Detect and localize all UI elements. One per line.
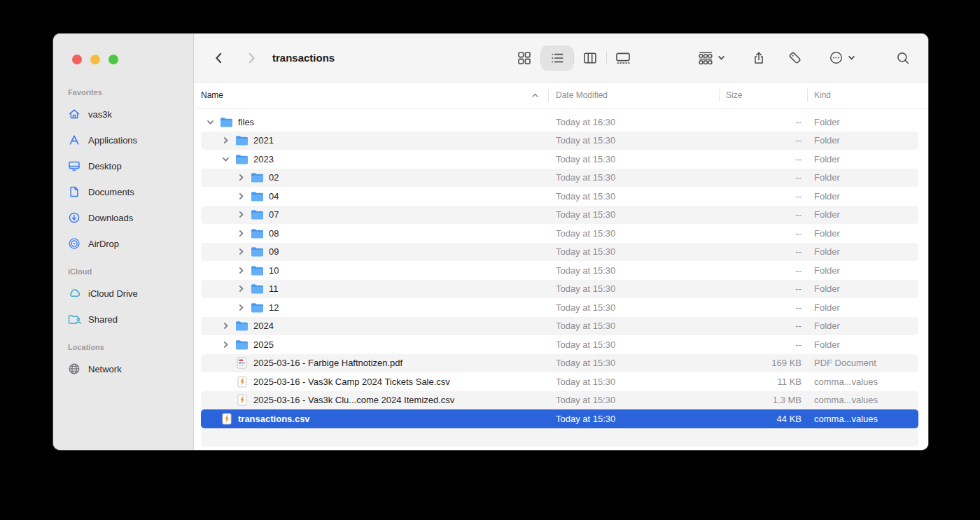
- sidebar-item-vas3k[interactable]: vas3k: [60, 104, 186, 124]
- group-by-button[interactable]: [698, 51, 725, 65]
- sidebar-item-documents[interactable]: Documents: [60, 182, 186, 202]
- table-row-files[interactable]: filesToday at 16:30--Folder: [201, 113, 918, 132]
- file-kind: Folder: [807, 154, 918, 164]
- folder-icon: [235, 320, 248, 332]
- table-row-09[interactable]: 09Today at 15:30--Folder: [201, 243, 918, 262]
- disclosure-chevron-down-icon[interactable]: [204, 116, 216, 127]
- disclosure-chevron-right-icon[interactable]: [220, 321, 231, 332]
- table-row-2025-03-16-vas3k-camp-2024-tickets-sale-csv[interactable]: 2025-03-16 - Vas3k Camp 2024 Tickets Sal…: [201, 372, 918, 391]
- table-row-12[interactable]: 12Today at 15:30--Folder: [201, 298, 918, 317]
- document-icon: [66, 185, 82, 199]
- sort-ascending-icon: [531, 91, 540, 100]
- file-name: transactions.csv: [238, 414, 310, 424]
- more-actions-button[interactable]: [829, 50, 855, 65]
- file-size: --: [719, 302, 807, 313]
- table-row-11[interactable]: 11Today at 15:30--Folder: [201, 280, 918, 299]
- table-row-07[interactable]: 07Today at 15:30--Folder: [201, 206, 918, 225]
- toolbar: transactions: [194, 34, 928, 83]
- icon-view-button[interactable]: [508, 45, 540, 71]
- forward-button[interactable]: [244, 51, 258, 65]
- column-header-size[interactable]: Size: [719, 83, 807, 108]
- file-name: files: [238, 117, 254, 127]
- file-size: --: [719, 135, 807, 146]
- file-name: 07: [269, 209, 279, 220]
- disclosure-chevron-right-icon[interactable]: [235, 209, 246, 220]
- file-name: 04: [269, 191, 279, 202]
- table-row-04[interactable]: 04Today at 15:30--Folder: [201, 187, 918, 206]
- disclosure-chevron-right-icon[interactable]: [235, 302, 246, 313]
- disclosure-chevron-right-icon[interactable]: [235, 265, 246, 276]
- sidebar-item-downloads[interactable]: Downloads: [60, 208, 186, 227]
- file-size: --: [719, 191, 807, 202]
- sidebar-item-desktop[interactable]: Desktop: [60, 156, 186, 176]
- disclosure-chevron-right-icon[interactable]: [235, 227, 246, 239]
- file-size: --: [719, 321, 807, 331]
- list-view-button[interactable]: [541, 45, 573, 71]
- sidebar-item-label: iCloud Drive: [88, 288, 138, 299]
- sidebar-section-label: Favorites: [68, 87, 186, 97]
- gallery-view-button[interactable]: [607, 45, 639, 71]
- table-row-2024[interactable]: 2024Today at 15:30--Folder: [201, 317, 918, 336]
- date-modified: Today at 15:30: [548, 358, 719, 368]
- sidebar-item-airdrop[interactable]: AirDrop: [60, 234, 186, 253]
- column-header-name[interactable]: Name: [201, 83, 548, 108]
- share-button[interactable]: [752, 51, 766, 65]
- zoom-button[interactable]: [108, 55, 118, 64]
- close-button[interactable]: [72, 55, 82, 64]
- table-row-10[interactable]: 10Today at 15:30--Folder: [201, 261, 918, 280]
- file-name: 2025: [253, 339, 274, 350]
- disclosure-chevron-down-icon[interactable]: [220, 153, 231, 164]
- table-row-2021[interactable]: 2021Today at 15:30--Folder: [201, 132, 918, 150]
- date-modified: Today at 15:30: [548, 395, 719, 405]
- folder-icon: [251, 171, 264, 183]
- file-kind: Folder: [807, 135, 918, 146]
- sidebar-item-label: Applications: [88, 135, 137, 146]
- csv-icon: [235, 376, 248, 388]
- back-button[interactable]: [212, 51, 226, 65]
- folder-icon: [235, 153, 248, 165]
- sidebar-item-shared[interactable]: Shared: [60, 309, 186, 329]
- tags-button[interactable]: [788, 51, 802, 65]
- date-modified: Today at 15:30: [548, 228, 719, 239]
- date-modified: Today at 15:30: [548, 321, 719, 331]
- column-header-date-modified[interactable]: Date Modified: [548, 83, 719, 108]
- disclosure-chevron-right-icon[interactable]: [235, 190, 246, 202]
- file-kind: comma...values: [807, 414, 918, 424]
- search-button[interactable]: [896, 51, 910, 65]
- table-row-transactions-csv[interactable]: transactions.csvToday at 15:3044 KBcomma…: [201, 409, 918, 428]
- column-view-button[interactable]: [574, 45, 606, 71]
- list-header: Name Date Modified Size Kind: [194, 83, 928, 108]
- sidebar-item-label: Desktop: [88, 161, 122, 171]
- file-size: --: [719, 117, 807, 127]
- table-row-2025[interactable]: 2025Today at 15:30--Folder: [201, 335, 918, 354]
- sidebar-section-label: iCloud: [68, 267, 186, 276]
- file-kind: Folder: [807, 117, 918, 127]
- sidebar-item-applications[interactable]: Applications: [60, 130, 186, 150]
- column-header-kind[interactable]: Kind: [807, 83, 918, 108]
- file-name: 10: [269, 265, 279, 276]
- sidebar-item-icloud-drive[interactable]: iCloud Drive: [60, 283, 186, 303]
- shared-folder-icon: [66, 312, 82, 326]
- file-name: 08: [269, 228, 279, 239]
- disclosure-chevron-right-icon[interactable]: [235, 172, 246, 183]
- table-row-2025-03-16-farbige-haftnotizen-pdf[interactable]: 2025-03-16 - Farbige Haftnotizen.pdfToda…: [201, 354, 918, 373]
- finder-window: Favoritesvas3kApplicationsDesktopDocumen…: [53, 34, 928, 450]
- sidebar-item-label: Network: [88, 364, 122, 374]
- folder-icon: [251, 227, 264, 239]
- main-pane: transactions: [194, 34, 928, 450]
- disclosure-chevron-right-icon[interactable]: [220, 135, 231, 146]
- table-row-02[interactable]: 02Today at 15:30--Folder: [201, 169, 918, 188]
- table-row-08[interactable]: 08Today at 15:30--Folder: [201, 224, 918, 243]
- downloads-icon: [66, 211, 82, 225]
- sidebar-item-network[interactable]: Network: [60, 359, 186, 379]
- file-kind: Folder: [807, 246, 918, 257]
- disclosure-chevron-right-icon[interactable]: [235, 283, 246, 295]
- file-kind: Folder: [807, 172, 918, 183]
- disclosure-chevron-right-icon[interactable]: [220, 339, 231, 350]
- file-name: 2021: [253, 135, 274, 146]
- disclosure-chevron-right-icon[interactable]: [235, 246, 246, 258]
- date-modified: Today at 15:30: [548, 283, 719, 294]
- minimize-button[interactable]: [90, 55, 100, 64]
- table-row-2025-03-16-vas3k-clu-come-2024-itemized-csv[interactable]: 2025-03-16 - Vas3k Clu...come 2024 Itemi…: [201, 391, 918, 410]
- table-row-2023[interactable]: 2023Today at 15:30--Folder: [201, 150, 918, 169]
